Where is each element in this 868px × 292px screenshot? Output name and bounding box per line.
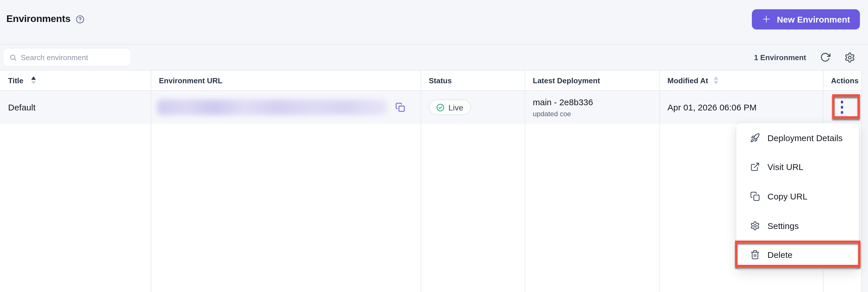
menu-item-settings[interactable]: Settings (736, 211, 859, 240)
status-badge: Live (429, 99, 471, 115)
environments-table: Title Environment URL Status Latest Depl… (0, 70, 861, 292)
deployment-commit-message: updated coe (533, 110, 571, 118)
column-divider (659, 70, 660, 292)
menu-item-visit-url[interactable]: Visit URL (736, 152, 859, 181)
rocket-icon (750, 133, 760, 143)
sort-icon-asc (31, 76, 35, 84)
deployment-branch-commit: main - 2e8b336 (533, 97, 593, 107)
table-toolbar: 1 Environment (0, 45, 868, 70)
new-environment-button[interactable]: New Environment (752, 9, 860, 29)
environment-count: 1 Environment (754, 53, 806, 62)
gear-icon (750, 221, 760, 230)
row-deployment-cell: main - 2e8b336 updated coe (525, 91, 659, 124)
actions-kebab-button[interactable] (839, 98, 846, 116)
help-icon[interactable] (76, 15, 84, 23)
sort-icon-none (714, 76, 719, 84)
table-header-row: Title Environment URL Status Latest Depl… (0, 70, 861, 91)
copy-icon (750, 192, 760, 201)
column-header-environment-url: Environment URL (151, 70, 421, 90)
check-circle-icon (436, 103, 444, 111)
search-box[interactable] (3, 48, 131, 66)
search-icon (9, 54, 17, 61)
row-modified-at-cell: Apr 01, 2026 06:06 PM (659, 91, 823, 124)
new-environment-label: New Environment (777, 14, 850, 24)
menu-item-delete[interactable]: Delete (736, 240, 859, 269)
column-header-status: Status (421, 70, 525, 90)
column-header-modified-at[interactable]: Modified At (659, 70, 823, 90)
external-link-icon (750, 162, 760, 172)
row-actions-cell (823, 91, 861, 124)
toolbar-right: 1 Environment (754, 52, 855, 63)
column-divider (151, 70, 151, 292)
menu-item-deployment-details[interactable]: Deployment Details (736, 123, 859, 152)
row-url-cell (151, 91, 421, 124)
table-settings-gear-icon[interactable] (844, 52, 855, 63)
plus-icon (762, 14, 771, 24)
row-title-cell: Default (0, 91, 151, 124)
column-divider (421, 70, 421, 292)
column-header-title[interactable]: Title (0, 70, 151, 90)
column-header-latest-deployment: Latest Deployment (525, 70, 659, 90)
actions-dropdown-menu: Deployment Details Visit URL Copy URL (736, 123, 859, 269)
redacted-url-blur (157, 99, 387, 115)
page-header: Environments New Environment (0, 0, 868, 45)
menu-item-copy-url[interactable]: Copy URL (736, 181, 859, 211)
page-title: Environments (6, 13, 70, 25)
status-badge-label: Live (448, 103, 463, 112)
copy-url-icon[interactable] (395, 103, 405, 112)
row-status-cell: Live (421, 91, 525, 124)
table-right-margin (861, 70, 868, 292)
refresh-icon[interactable] (820, 52, 831, 62)
column-divider (525, 70, 525, 292)
environments-page: Environments New Environment (0, 0, 868, 292)
search-input[interactable] (21, 53, 125, 62)
trash-icon (750, 250, 760, 260)
table-row: Default (0, 91, 861, 124)
column-header-actions: Actions (823, 70, 861, 90)
